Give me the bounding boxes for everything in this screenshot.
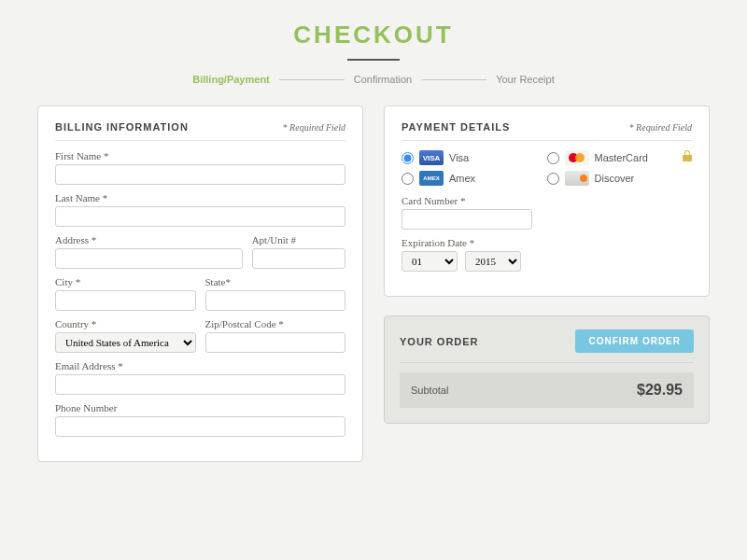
state-input[interactable] [205,290,346,311]
checkout-steps: Billing/Payment Confirmation Your Receip… [37,74,710,85]
subtotal-label: Subtotal [411,385,448,396]
label-card-number: Card Number * [402,195,692,206]
card-number-input[interactable] [402,209,532,230]
visa-icon: VISA [419,150,444,165]
amex-icon: AMEX [419,171,444,186]
zip-input[interactable] [205,332,346,353]
step-divider [279,79,345,80]
method-label: Discover [595,173,635,184]
label-expiration: Expiration Date * [402,237,692,248]
billing-card: BILLING INFORMATION * Required Field Fir… [37,105,363,462]
page-title: CHECKOUT [37,21,710,49]
method-mastercard[interactable]: MasterCard [547,150,693,165]
method-visa[interactable]: VISA Visa [402,150,547,165]
step-receipt[interactable]: Your Receipt [492,74,558,85]
label-zip: Zip/Postcal Code * [205,318,346,329]
label-address: Address * [55,234,243,245]
lock-icon [683,150,692,161]
method-label: MasterCard [595,152,648,163]
order-card: YOUR ORDER CONFIRM ORDER Subtotal $29.95 [384,315,710,424]
order-heading: YOUR ORDER [400,336,479,347]
subtotal-amount: $29.95 [637,382,683,399]
email-input[interactable] [55,374,345,395]
label-phone: Phone Number [55,402,345,413]
subtotal-row: Subtotal $29.95 [400,372,694,408]
required-note: * Required Field [629,122,692,133]
radio-discover[interactable] [547,173,559,185]
radio-amex[interactable] [402,173,414,185]
method-label: Visa [449,152,469,163]
payment-card: PAYMENT DETAILS * Required Field VISA Vi… [384,105,710,297]
phone-input[interactable] [55,416,345,437]
radio-mastercard[interactable] [547,152,559,164]
required-note: * Required Field [283,122,345,133]
discover-icon [565,171,589,186]
label-last-name: Last Name * [55,192,345,203]
exp-month-select[interactable]: 01 [402,251,458,272]
payment-heading: PAYMENT DETAILS [402,121,510,133]
title-divider [347,59,400,61]
city-input[interactable] [55,290,196,311]
radio-visa[interactable] [402,152,414,164]
method-label: Amex [449,173,475,184]
label-country: Country * [55,318,196,329]
method-amex[interactable]: AMEX Amex [402,171,547,186]
mastercard-icon [565,150,589,165]
label-state: State* [205,276,346,287]
label-city: City * [55,276,196,287]
last-name-input[interactable] [55,206,345,227]
apt-input[interactable] [252,248,345,269]
label-apt: Apt/Unit # [252,234,345,245]
confirm-order-button[interactable]: CONFIRM ORDER [575,329,694,353]
billing-heading: BILLING INFORMATION [55,121,189,133]
step-divider [421,79,486,80]
address-input[interactable] [55,248,243,269]
exp-year-select[interactable]: 2015 [465,251,521,272]
label-first-name: First Name * [55,150,345,161]
label-email: Email Address * [55,360,345,371]
step-confirmation[interactable]: Confirmation [350,74,416,85]
country-select[interactable]: United States of America [55,332,196,353]
step-billing[interactable]: Billing/Payment [189,74,274,85]
method-discover[interactable]: Discover [547,171,693,186]
first-name-input[interactable] [55,164,345,185]
